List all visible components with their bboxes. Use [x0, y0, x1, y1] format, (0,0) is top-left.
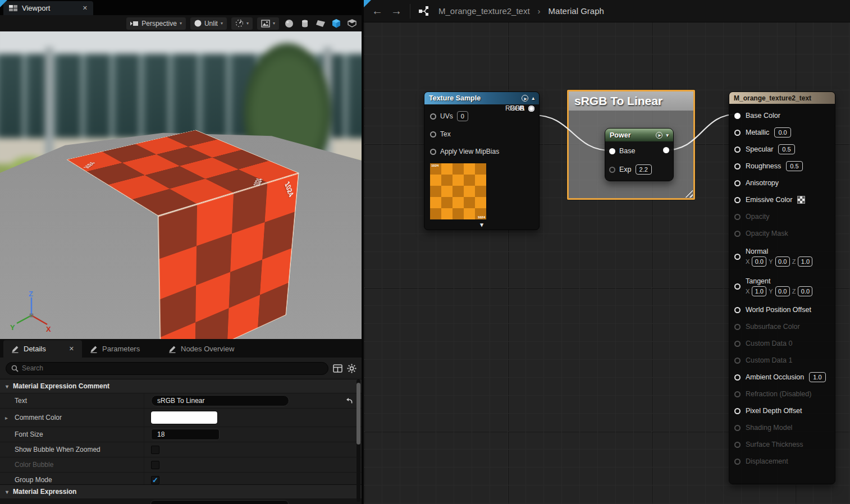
material-pin-row[interactable]: Normal X 0.0 Y 0.0 Z 1.0: [729, 242, 835, 272]
details-scrollbar[interactable]: [357, 379, 360, 502]
pin-circle[interactable]: [734, 391, 741, 397]
material-pin-row[interactable]: Ambient Occlusion 1.0: [729, 369, 835, 386]
material-pin-row[interactable]: Opacity: [729, 208, 835, 225]
breadcrumb-page[interactable]: Material Graph: [549, 6, 604, 16]
material-pin-row[interactable]: Custom Data 0: [729, 335, 835, 352]
screenshot-dropdown[interactable]: ▾: [257, 17, 279, 30]
texture-sample-node[interactable]: Texture Sample ▶ ▴ UVs 0 Tex Apply View …: [424, 91, 540, 230]
material-pin-row[interactable]: Subsurface Color: [729, 318, 835, 335]
material-pin-row[interactable]: Specular 0.5: [729, 141, 835, 158]
material-pin-row[interactable]: Roughness 0.5: [729, 158, 835, 175]
preview-node-icon[interactable]: ▶: [522, 95, 528, 102]
input-pin[interactable]: [609, 167, 615, 173]
details-tab[interactable]: Parameters: [82, 340, 161, 358]
axis-z-value[interactable]: 1.0: [798, 256, 812, 267]
material-pin-row[interactable]: Tangent X 1.0 Y 0.0 Z 0.0: [729, 272, 835, 301]
axis-x-value[interactable]: 0.0: [752, 256, 766, 267]
close-icon[interactable]: ✕: [69, 345, 74, 352]
input-tex[interactable]: Tex: [430, 130, 451, 138]
checkbox[interactable]: ✓: [151, 461, 159, 469]
input-pin[interactable]: [430, 149, 436, 155]
pin-default-value[interactable]: 1.0: [809, 372, 825, 382]
pin-circle[interactable]: [734, 231, 741, 237]
material-pin-row[interactable]: Pixel Depth Offset: [729, 402, 835, 419]
section-material-expression-comment[interactable]: ▾ Material Expression Comment: [0, 379, 362, 393]
pin-circle[interactable]: [734, 180, 741, 186]
pin-circle[interactable]: [734, 146, 741, 153]
material-pin-row[interactable]: Emissive Color: [729, 191, 835, 208]
breadcrumb-asset[interactable]: M_orange_texture2_text: [438, 6, 530, 16]
expander-icon[interactable]: ▸: [5, 415, 8, 421]
text-value-input[interactable]: [151, 395, 289, 406]
material-pin-row[interactable]: Opacity Mask: [729, 225, 835, 242]
scrollbar-thumb[interactable]: [357, 383, 360, 445]
close-icon[interactable]: ✕: [83, 4, 88, 12]
preview-node-icon[interactable]: ▶: [656, 132, 662, 139]
pin-circle[interactable]: [734, 254, 741, 260]
input-pin[interactable]: [430, 113, 436, 120]
output-pin[interactable]: [663, 147, 669, 153]
material-pin-row[interactable]: Anisotropy: [729, 175, 835, 191]
partial-property-input[interactable]: [150, 500, 289, 504]
pin-circle[interactable]: [734, 214, 741, 220]
view-mode-dropdown[interactable]: Unlit ▾: [190, 17, 227, 30]
pin-circle[interactable]: [734, 163, 741, 169]
reset-to-default-icon[interactable]: [345, 397, 353, 405]
output-pin-row[interactable]: RGBA: [505, 104, 534, 112]
input-pin[interactable]: [430, 131, 436, 138]
pin-circle[interactable]: [734, 197, 741, 203]
input-apply-view-mipbias[interactable]: Apply View MipBias: [430, 148, 499, 155]
material-pin-row[interactable]: Metallic 0.0: [729, 124, 835, 141]
gear-icon[interactable]: [347, 364, 357, 373]
pin-default-value[interactable]: 0.0: [774, 127, 790, 138]
exp-value[interactable]: 2.2: [636, 164, 652, 175]
material-pin-row[interactable]: World Position Offset: [729, 301, 835, 318]
resize-handle[interactable]: [685, 190, 693, 198]
axis-z-value[interactable]: 0.0: [798, 286, 812, 296]
axis-y-value[interactable]: 0.0: [775, 286, 790, 296]
power-base-input[interactable]: Base: [609, 147, 636, 155]
pin-circle[interactable]: [734, 442, 741, 448]
material-pin-row[interactable]: Displacement: [729, 453, 835, 470]
search-box[interactable]: [6, 362, 328, 375]
section-material-expression[interactable]: ▾ Material Expression: [0, 484, 362, 498]
search-input[interactable]: [22, 364, 323, 372]
pin-circle[interactable]: [734, 408, 741, 414]
pin-circle[interactable]: [734, 324, 741, 330]
material-pin-row[interactable]: Base Color: [729, 107, 835, 124]
pin-circle[interactable]: [734, 425, 741, 431]
power-exp-input[interactable]: Exp 2.2: [609, 164, 652, 175]
checkbox[interactable]: ✓: [151, 446, 159, 454]
pin-circle[interactable]: [734, 341, 741, 347]
checkbox[interactable]: ✓: [151, 476, 159, 484]
pin-circle[interactable]: [734, 130, 741, 136]
power-output[interactable]: [663, 147, 669, 153]
perspective-dropdown[interactable]: Perspective ▾: [126, 17, 186, 30]
preview-custom-mesh-button[interactable]: [346, 18, 358, 29]
output-pin[interactable]: [528, 106, 534, 112]
pin-circle[interactable]: [734, 307, 741, 313]
collapse-icon[interactable]: ▾: [666, 132, 669, 138]
preview-cylinder-button[interactable]: [299, 18, 310, 29]
expand-node-icon[interactable]: ▾: [480, 221, 483, 228]
preview-cube-button[interactable]: [331, 18, 342, 29]
preview-plane-button[interactable]: [315, 18, 326, 29]
result-node-header[interactable]: M_orange_texture2_text: [729, 92, 835, 104]
input-uvs[interactable]: UVs 0: [430, 111, 468, 121]
material-pin-row[interactable]: Custom Data 1: [729, 352, 835, 369]
axis-y-value[interactable]: 0.0: [775, 256, 790, 267]
color-swatch[interactable]: [151, 411, 217, 424]
details-tab[interactable]: Details ✕: [3, 340, 82, 358]
tab-viewport[interactable]: Viewport ✕: [3, 1, 93, 15]
pin-circle[interactable]: [734, 374, 741, 381]
material-pin-row[interactable]: Shading Model: [729, 419, 835, 436]
pin-circle[interactable]: [734, 113, 741, 119]
texture-sample-header[interactable]: Texture Sample ▶ ▴: [424, 92, 539, 104]
details-tab[interactable]: Nodes Overview: [161, 340, 242, 358]
preview-mesh-cube[interactable]: 1024 1024 1024 1024 1024 1024: [56, 110, 303, 339]
emissive-color-swatch[interactable]: [797, 196, 805, 204]
uvs-value[interactable]: 0: [457, 111, 468, 121]
pin-circle[interactable]: [734, 358, 741, 364]
back-arrow-icon[interactable]: ←: [372, 4, 383, 17]
viewport-3d-view[interactable]: 1024 1024 1024 1024 1024 1024 Z X Y: [0, 31, 362, 339]
